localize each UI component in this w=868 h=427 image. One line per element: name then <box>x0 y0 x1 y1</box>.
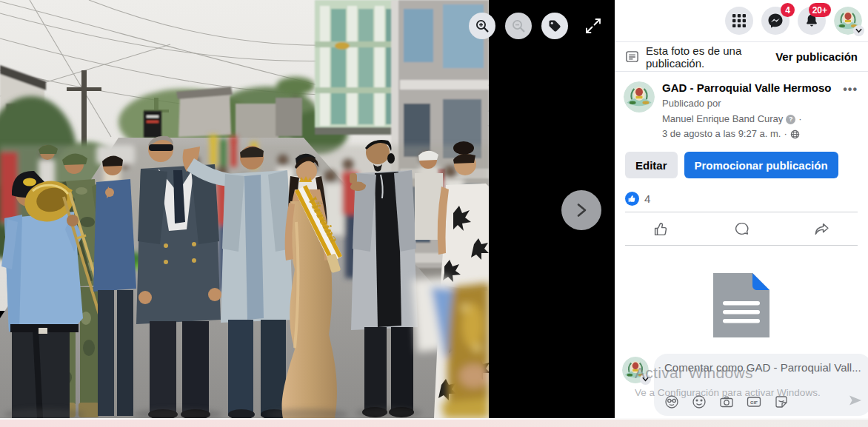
post-timestamp[interactable]: 3 de agosto a las 9:27 a. m. <box>662 127 781 141</box>
comment-input[interactable]: Comentar como GAD - Parroquial Vall... <box>654 354 868 416</box>
question-badge-icon[interactable]: ? <box>786 115 795 124</box>
messenger-icon <box>767 13 784 29</box>
zoom-out-icon <box>511 19 526 33</box>
chevron-right-icon <box>573 202 590 218</box>
view-post-link[interactable]: Ver publicación <box>775 50 858 63</box>
expand-icon <box>584 17 602 35</box>
post-actions: Editar Promocionar publicación <box>615 144 868 187</box>
globe-icon <box>790 130 800 139</box>
published-by-label: Publicado por <box>662 97 843 111</box>
document-icon <box>713 273 769 337</box>
promote-post-button[interactable]: Promocionar publicación <box>684 152 838 178</box>
thumbs-up-icon <box>653 221 669 237</box>
info-message: Esta foto es de una publicación. <box>646 44 775 70</box>
mint-building <box>315 0 398 135</box>
dot-separator: · <box>784 127 787 141</box>
share-icon <box>814 221 829 237</box>
bottom-window-strip <box>0 418 868 427</box>
share-button[interactable] <box>781 215 862 243</box>
comments-placeholder <box>615 246 868 337</box>
like-button[interactable] <box>621 215 701 243</box>
like-count: 4 <box>644 192 650 205</box>
photo-from-post-bar: Esta foto es de una publicación. Ver pub… <box>615 42 868 72</box>
comment-button[interactable] <box>701 215 782 243</box>
post-icon <box>625 50 639 64</box>
fullscreen-button[interactable] <box>582 15 604 37</box>
zoom-in-icon <box>475 19 490 33</box>
comment-composer: Comentar como GAD - Parroquial Vall... <box>615 354 868 416</box>
emoji-button[interactable] <box>692 394 707 409</box>
tag-icon <box>547 19 562 33</box>
svg-text:GIF: GIF <box>750 400 758 405</box>
page-avatar[interactable] <box>624 81 655 112</box>
comment-icon <box>734 221 750 237</box>
composer-avatar[interactable] <box>622 357 649 383</box>
avatar-sticker-button[interactable] <box>664 394 679 409</box>
comment-placeholder: Comentar como GAD - Parroquial Vall... <box>664 361 861 374</box>
post-header: GAD - Parroquial Valle Hermoso Publicado… <box>615 72 868 144</box>
zoom-out-button[interactable] <box>505 13 532 39</box>
gif-icon: GIF <box>747 394 761 409</box>
tag-photo-button[interactable] <box>541 13 568 39</box>
zoom-in-button[interactable] <box>469 13 495 39</box>
apps-menu-button[interactable] <box>725 7 753 35</box>
next-photo-button[interactable] <box>561 190 601 230</box>
sticker-icon <box>774 394 789 409</box>
post-options-button[interactable]: ••• <box>843 81 858 98</box>
emoji-icon <box>692 394 707 409</box>
send-comment-button[interactable] <box>848 393 863 410</box>
viewer-controls <box>469 13 604 39</box>
post-action-bar <box>615 212 868 245</box>
like-reaction-icon <box>625 192 639 206</box>
avatar-sticker-icon <box>664 394 679 409</box>
facebook-photo-viewer: Virreina <box>0 0 868 427</box>
composer-toolbar: GIF <box>664 394 789 409</box>
apps-grid-icon <box>732 13 747 28</box>
camera-icon <box>719 394 734 409</box>
messenger-badge: 4 <box>781 3 795 17</box>
sticker-button[interactable] <box>774 394 789 409</box>
reactions-summary[interactable]: 4 <box>615 187 868 212</box>
notifications-badge: 20+ <box>809 3 831 17</box>
account-menu-button[interactable] <box>834 7 862 35</box>
post-sidebar: 4 20+ Esta foto es de una <box>615 0 868 418</box>
notifications-button[interactable]: 20+ <box>798 7 826 35</box>
chevron-down-icon <box>853 25 864 36</box>
parade-photo[interactable]: Virreina <box>0 0 489 418</box>
facebook-top-bar: 4 20+ <box>615 0 868 42</box>
edit-button[interactable]: Editar <box>625 152 678 178</box>
send-icon <box>848 393 863 408</box>
author-name[interactable]: Manuel Enrique Band Curay <box>662 112 783 127</box>
gif-button[interactable]: GIF <box>747 394 761 409</box>
photo-stage: Virreina <box>0 0 615 418</box>
dot-separator: · <box>798 112 801 127</box>
page-name-link[interactable]: GAD - Parroquial Valle Hermoso <box>662 81 843 95</box>
chevron-down-icon <box>640 374 651 385</box>
camera-button[interactable] <box>719 394 734 409</box>
messenger-button[interactable]: 4 <box>761 7 789 35</box>
